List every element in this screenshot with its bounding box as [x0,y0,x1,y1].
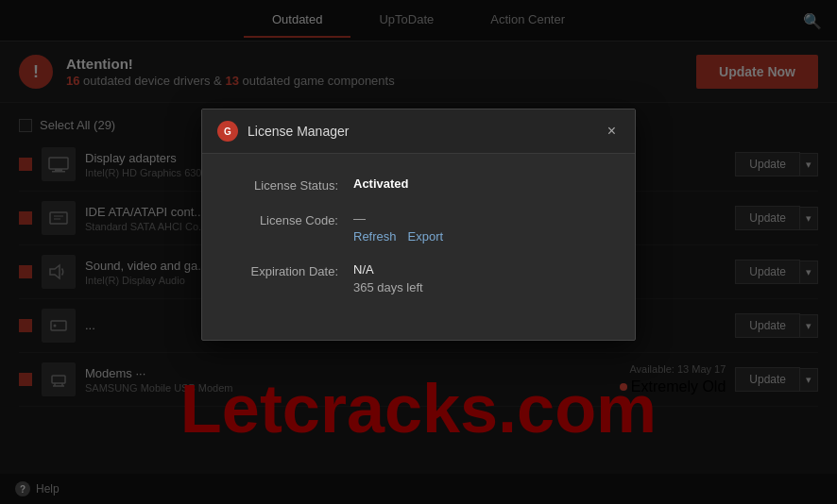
days-left: 365 days left [353,280,606,294]
dialog-logo: G [217,121,238,142]
license-code-value: — Refresh Export [353,211,606,244]
refresh-link[interactable]: Refresh [353,229,397,244]
dialog-header: G License Manager × [202,109,635,154]
expiration-date-label: Expiration Date: [231,262,353,278]
license-dashes: — [353,211,606,226]
expiration-date-value: N/A 365 days left [353,262,606,294]
license-status-value: Activated [353,176,606,191]
expiration-date: N/A [353,262,374,277]
license-manager-dialog: G License Manager × License Status: Acti… [201,109,636,341]
license-code-label: License Code: [231,211,353,227]
dialog-links: Refresh Export [353,229,606,244]
license-status-row: License Status: Activated [231,176,606,193]
license-status-label: License Status: [231,176,353,193]
dialog-title: License Manager [248,124,594,139]
dialog-close-button[interactable]: × [604,122,620,141]
export-link[interactable]: Export [408,229,444,244]
dialog-body: License Status: Activated License Code: … [202,154,635,340]
license-code-row: License Code: — Refresh Export [231,211,606,244]
expiration-date-row: Expiration Date: N/A 365 days left [231,262,606,294]
